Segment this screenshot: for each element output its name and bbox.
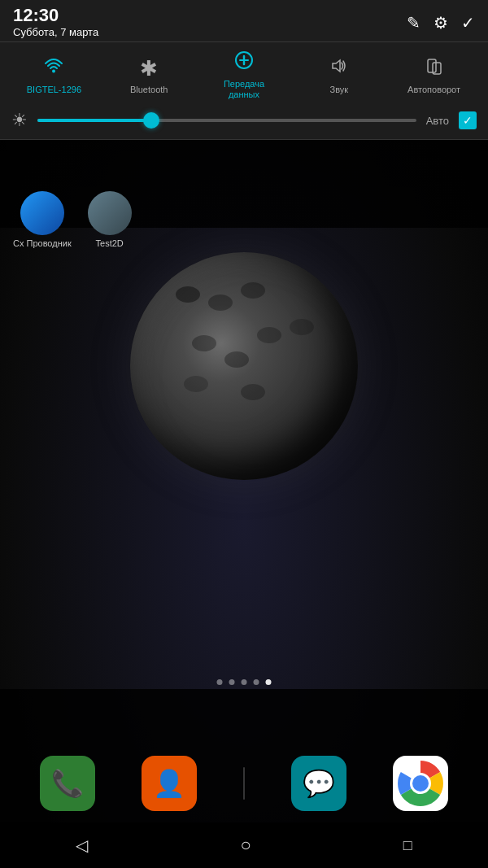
data-label: Передача данных bbox=[224, 79, 264, 100]
dot-2 bbox=[229, 679, 235, 685]
home-button[interactable]: ○ bbox=[224, 828, 267, 862]
brightness-row: ☀ Авто ✓ bbox=[0, 105, 488, 139]
data-transfer-icon bbox=[233, 50, 255, 76]
qs-rotate[interactable]: Автоповорот bbox=[398, 56, 471, 95]
wifi-label: BIGTEL-1296 bbox=[27, 85, 81, 95]
dock-messages[interactable]: 💬 bbox=[291, 756, 346, 811]
contacts-icon: 👤 bbox=[153, 768, 185, 799]
bluetooth-label: Bluetooth bbox=[130, 85, 168, 95]
messages-icon: 💬 bbox=[303, 768, 335, 799]
collapse-icon[interactable]: ✓ bbox=[461, 13, 475, 33]
test-icon bbox=[88, 191, 132, 235]
qs-bluetooth[interactable]: ✱ Bluetooth bbox=[112, 56, 185, 95]
edit-icon[interactable]: ✎ bbox=[407, 13, 420, 33]
dock-chrome[interactable] bbox=[393, 756, 448, 811]
qs-volume[interactable]: Звук bbox=[303, 56, 376, 95]
sx-label: Сх Проводник bbox=[13, 238, 72, 248]
dot-4 bbox=[254, 679, 259, 685]
brightness-icon: ☀ bbox=[11, 110, 28, 131]
settings-icon[interactable]: ⚙ bbox=[434, 13, 448, 33]
dock-divider bbox=[243, 767, 245, 800]
wifi-icon bbox=[42, 56, 65, 81]
brightness-fill bbox=[37, 119, 151, 122]
dot-3 bbox=[242, 679, 247, 685]
svg-point-0 bbox=[52, 69, 55, 72]
status-time: 12:30 bbox=[13, 7, 98, 24]
qs-data[interactable]: Передача данных bbox=[207, 50, 281, 100]
rotate-label: Автоповорот bbox=[407, 85, 460, 95]
brightness-thumb bbox=[143, 112, 159, 129]
auto-checkbox[interactable]: ✓ bbox=[459, 111, 477, 129]
app-sx[interactable]: Сх Проводник bbox=[13, 191, 72, 248]
dock: 📞 👤 💬 bbox=[0, 748, 488, 819]
quick-settings-row: BIGTEL-1296 ✱ Bluetooth Передача данных bbox=[0, 41, 488, 105]
brightness-slider[interactable] bbox=[37, 119, 416, 122]
bluetooth-icon: ✱ bbox=[140, 56, 158, 81]
chrome-icon bbox=[393, 756, 448, 811]
qs-wifi[interactable]: BIGTEL-1296 bbox=[17, 56, 90, 95]
phone-icon: 📞 bbox=[51, 768, 84, 799]
svg-rect-6 bbox=[428, 59, 436, 72]
app-test2d[interactable]: Test2D bbox=[88, 191, 132, 248]
page-dots bbox=[217, 679, 272, 685]
svg-marker-5 bbox=[333, 60, 340, 72]
dock-contacts[interactable]: 👤 bbox=[142, 756, 197, 811]
dot-1 bbox=[217, 679, 223, 685]
status-bar: 12:30 Суббота, 7 марта ✎ ⚙ ✓ bbox=[0, 0, 488, 41]
back-button[interactable]: ◁ bbox=[59, 829, 104, 861]
volume-label: Звук bbox=[330, 85, 349, 95]
test-label: Test2D bbox=[96, 238, 124, 248]
volume-icon bbox=[328, 56, 351, 81]
status-bar-left: 12:30 Суббота, 7 марта bbox=[13, 7, 98, 38]
sx-icon bbox=[20, 191, 64, 235]
auto-label: Авто bbox=[426, 115, 449, 127]
app-shortcuts: Сх Проводник Test2D bbox=[0, 191, 145, 248]
rotate-icon bbox=[423, 56, 446, 81]
nav-bar: ◁ ○ □ bbox=[0, 822, 488, 868]
dock-phone[interactable]: 📞 bbox=[40, 756, 95, 811]
moon-wallpaper bbox=[130, 252, 358, 480]
dot-5 bbox=[266, 679, 272, 685]
recent-button[interactable]: □ bbox=[387, 831, 429, 861]
notification-panel: 12:30 Суббота, 7 марта ✎ ⚙ ✓ BIGTEL-1296 bbox=[0, 0, 488, 140]
status-icons: ✎ ⚙ ✓ bbox=[407, 13, 475, 33]
status-date: Суббота, 7 марта bbox=[13, 26, 98, 38]
svg-point-11 bbox=[412, 775, 429, 792]
